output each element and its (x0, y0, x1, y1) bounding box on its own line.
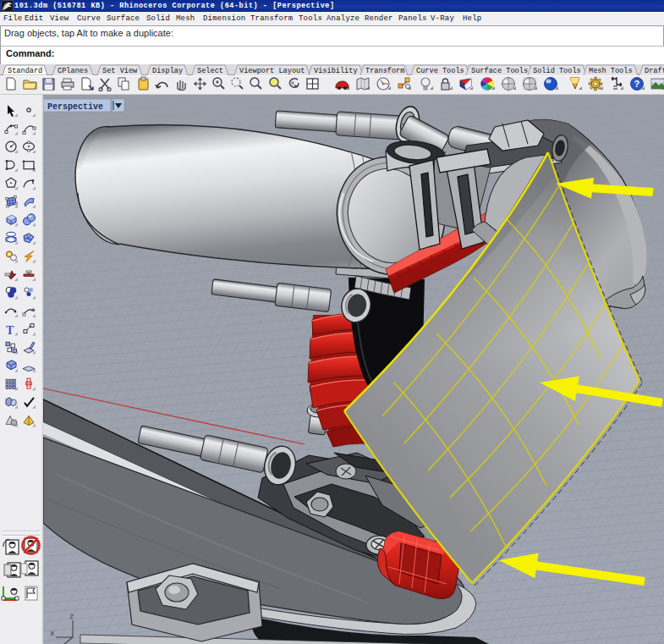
svg-text:Select: Select (197, 67, 223, 75)
svg-text:Surface Tools: Surface Tools (471, 67, 528, 75)
svg-text:Set View: Set View (102, 67, 138, 75)
svg-text:z: z (69, 613, 74, 621)
svg-text:?: ? (634, 79, 640, 89)
svg-text:Draft: Draft (645, 67, 664, 75)
svg-text:Perspective: Perspective (47, 102, 103, 112)
svg-text:Solid Tools: Solid Tools (533, 67, 581, 75)
svg-text:Viewport Layout: Viewport Layout (239, 67, 305, 75)
svg-text:CPlanes: CPlanes (58, 67, 88, 75)
svg-text:Transform: Transform (365, 67, 404, 75)
svg-text:Mesh Tools: Mesh Tools (589, 67, 633, 75)
svg-text:Standard: Standard (8, 67, 42, 75)
svg-text:Curve Tools: Curve Tools (416, 67, 464, 75)
svg-text:T: T (6, 324, 14, 337)
svg-text:Display: Display (152, 67, 183, 75)
svg-text:x: x (50, 630, 54, 638)
svg-text:Visibility: Visibility (314, 67, 358, 75)
